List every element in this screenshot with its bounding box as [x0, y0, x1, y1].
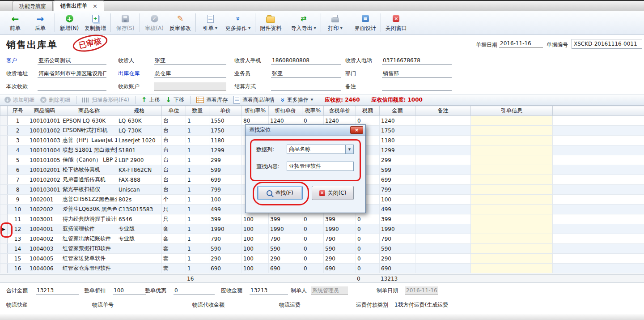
grid-header-cell[interactable]: 数量 [186, 106, 209, 116]
grid-cell[interactable]: 专业版 [117, 224, 162, 234]
grid-cell[interactable]: 1 [186, 264, 209, 273]
close-tab-icon[interactable]: × [93, 3, 97, 9]
grid-cell[interactable]: 1002001 [28, 195, 61, 205]
grid-cell[interactable] [117, 244, 162, 254]
grid-cell[interactable]: 只 [162, 214, 186, 224]
grid-cell[interactable]: 10 [8, 205, 28, 214]
grid-header-cell[interactable]: 商品名称 [61, 106, 117, 116]
grid-cell[interactable] [415, 165, 471, 175]
combo-dropdown-icon[interactable]: ▼ [345, 145, 353, 154]
grid-cell[interactable]: 0 [302, 264, 324, 273]
grid-cell[interactable]: 799 [209, 185, 242, 195]
grid-cell[interactable]: 套 [162, 254, 186, 264]
grid-cell[interactable]: KX-FT862CN [117, 165, 162, 175]
grid-cell[interactable]: 台 [162, 126, 186, 136]
data-column-select[interactable]: 商品名称 ▼ [287, 145, 354, 154]
grid-cell[interactable]: 6546 [117, 214, 162, 224]
grid-cell[interactable]: LaserJet 1020 [117, 136, 162, 145]
footer-field-logistics-no[interactable] [120, 301, 190, 309]
grid-cell[interactable] [415, 254, 471, 264]
grid-cell[interactable] [415, 116, 471, 126]
grid-cell[interactable]: 690 [324, 264, 356, 273]
grid-cell[interactable]: 16 [8, 264, 28, 273]
grid-cell[interactable]: 1004003 [28, 244, 61, 254]
grid-cell[interactable] [471, 195, 553, 205]
grid-cell[interactable]: 1990 [269, 224, 302, 234]
grid-cell[interactable]: 1 [186, 234, 209, 244]
toolbar-button-close-window[interactable]: ×关闭窗口 [383, 12, 410, 34]
grid-cell[interactable]: 399 [209, 214, 242, 224]
grid-cell[interactable]: 1 [186, 136, 209, 145]
grid-cell[interactable]: 100 [380, 195, 415, 205]
grid-cell[interactable] [415, 126, 471, 136]
grid-cell[interactable] [471, 145, 553, 155]
grid-cell[interactable] [415, 264, 471, 273]
grid-cell[interactable] [471, 234, 553, 244]
detail-button-more-ops[interactable]: »更多操作▼ [280, 96, 313, 104]
grid-cell[interactable]: 790 [380, 234, 415, 244]
grid-cell[interactable] [415, 195, 471, 205]
grid-cell[interactable]: 1299 [380, 145, 415, 155]
grid-cell[interactable]: 399 [324, 214, 356, 224]
grid-cell[interactable]: 1004005 [28, 254, 61, 264]
detail-button-view-product-detail[interactable]: 查看商品详情 [233, 96, 275, 104]
grid-cell[interactable]: 1750 [209, 126, 242, 136]
grid-header-cell[interactable]: 序号 [8, 106, 28, 116]
grid-cell[interactable]: 专业版 [117, 234, 162, 244]
grid-cell[interactable]: 松下热敏传真机 [61, 165, 117, 175]
grid-cell[interactable]: 5 [8, 155, 28, 165]
grid-cell[interactable]: 1004001 [28, 224, 61, 234]
grid-cell[interactable]: 1 [186, 116, 209, 126]
grid-cell[interactable]: 6 [8, 165, 28, 175]
grid-cell[interactable]: LBP 2900 [117, 155, 162, 165]
grid-cell[interactable]: 1 [186, 185, 209, 195]
grid-cell[interactable] [117, 264, 162, 273]
grid-cell[interactable]: 100101002 [28, 126, 61, 136]
grid-cell[interactable]: LQ-630K [117, 116, 162, 126]
grid-cell[interactable]: 100101003 [28, 136, 61, 145]
grid-cell[interactable]: 2 [8, 126, 28, 136]
field-consignee[interactable]: 张亚 [154, 56, 226, 65]
grid-cell[interactable]: 499 [380, 205, 415, 214]
grid-cell[interactable]: 100102002 [28, 175, 61, 185]
grid-cell[interactable] [471, 244, 553, 254]
grid-cell[interactable]: 100102001 [28, 165, 61, 175]
grid-cell[interactable]: 1 [8, 116, 28, 126]
grid-cell[interactable]: 100 [242, 244, 269, 254]
grid-cell[interactable]: 亚拓管理软件 [61, 224, 117, 234]
grid-cell[interactable]: 紫光平板扫描仪 [61, 185, 117, 195]
grid-cell[interactable]: 1180 [380, 136, 415, 145]
grid-cell[interactable]: 0 [302, 254, 324, 264]
grid-cell[interactable]: 290 [324, 254, 356, 264]
footer-field-receivable-amount[interactable]: 13213 [250, 286, 288, 295]
grid-cell[interactable]: 爱普生LQ630K 黑色色带 [61, 205, 117, 214]
toolbar-button-ref-doc[interactable]: 引单▼ [198, 12, 223, 34]
grid-cell[interactable]: 4 [8, 145, 28, 155]
toolbar-button-ui-design[interactable]: ≡界面设计 [352, 12, 379, 34]
footer-field-create-date[interactable]: 2016-11-16 [405, 286, 438, 295]
grid-cell[interactable]: 0 [302, 214, 324, 224]
grid-cell[interactable]: 590 [324, 244, 356, 254]
field-department[interactable]: 销售部 [382, 69, 452, 78]
grid-cell[interactable]: 790 [209, 234, 242, 244]
grid-cell[interactable]: 1 [186, 126, 209, 136]
grid-cell[interactable]: LQ-730K [117, 126, 162, 136]
footer-field-order-discount[interactable]: 100 [113, 286, 146, 295]
grid-cell[interactable]: 1240 [380, 116, 415, 126]
grid-cell[interactable]: 799 [380, 185, 415, 195]
grid-cell[interactable]: S1801 [117, 145, 162, 155]
grid-cell[interactable]: 套 [162, 244, 186, 254]
grid-header-cell[interactable]: 单价 [209, 106, 242, 116]
grid-cell[interactable]: 1 [186, 175, 209, 185]
grid-cell[interactable] [415, 244, 471, 254]
toolbar-button-print[interactable]: 打印▼ [323, 12, 348, 34]
toolbar-button-copy-new[interactable]: +复制新增 [82, 12, 109, 34]
toolbar-button-new[interactable]: +新增(N) [57, 12, 82, 34]
grid-cell[interactable]: 红管家出纳记账软件 [61, 234, 117, 244]
toolbar-button-save[interactable]: 保存(S) [113, 12, 138, 34]
field-salesman[interactable]: 张亚 [271, 69, 341, 78]
grid-cell[interactable] [415, 136, 471, 145]
grid-cell[interactable] [415, 155, 471, 165]
grid-cell[interactable]: 台 [162, 175, 186, 185]
grid-cell[interactable] [415, 224, 471, 234]
